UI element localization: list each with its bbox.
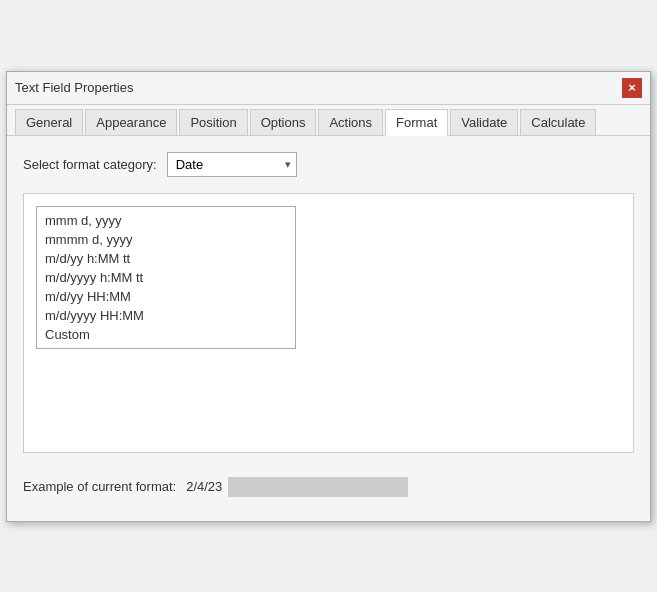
tab-content: Select format category: Date ▾ mmm d, yy… (7, 136, 650, 521)
dialog-title: Text Field Properties (15, 80, 134, 95)
title-bar: Text Field Properties × (7, 72, 650, 105)
example-row: Example of current format: 2/4/23 (23, 469, 634, 505)
tab-bar: General Appearance Position Options Acti… (7, 105, 650, 136)
list-item[interactable]: mmmm d, yyyy (37, 230, 295, 249)
example-label: Example of current format: (23, 479, 176, 494)
list-item[interactable]: m/d/yyyy h:MM tt (37, 268, 295, 287)
tab-options[interactable]: Options (250, 109, 317, 135)
list-item[interactable]: mmm d, yyyy (37, 211, 295, 230)
format-list-box: mmm d, yyyy mmmm d, yyyy m/d/yy h:MM tt … (36, 206, 296, 349)
example-bar (228, 477, 408, 497)
format-category-select-wrapper: Date ▾ (167, 152, 297, 177)
format-category-label: Select format category: (23, 157, 157, 172)
format-category-row: Select format category: Date ▾ (23, 152, 634, 177)
format-options-panel: mmm d, yyyy mmmm d, yyyy m/d/yy h:MM tt … (23, 193, 634, 453)
format-category-select[interactable]: Date (167, 152, 297, 177)
list-item[interactable]: m/d/yy h:MM tt (37, 249, 295, 268)
format-list[interactable]: mmm d, yyyy mmmm d, yyyy m/d/yy h:MM tt … (37, 207, 295, 348)
tab-format[interactable]: Format (385, 109, 448, 136)
tab-position[interactable]: Position (179, 109, 247, 135)
tab-general[interactable]: General (15, 109, 83, 135)
tab-validate[interactable]: Validate (450, 109, 518, 135)
list-item[interactable]: m/d/yyyy HH:MM (37, 306, 295, 325)
list-item[interactable]: Custom (37, 325, 295, 344)
example-value: 2/4/23 (186, 479, 222, 494)
close-button[interactable]: × (622, 78, 642, 98)
text-field-properties-dialog: Text Field Properties × General Appearan… (6, 71, 651, 522)
tab-actions[interactable]: Actions (318, 109, 383, 135)
tab-calculate[interactable]: Calculate (520, 109, 596, 135)
list-item[interactable]: m/d/yy HH:MM (37, 287, 295, 306)
tab-appearance[interactable]: Appearance (85, 109, 177, 135)
